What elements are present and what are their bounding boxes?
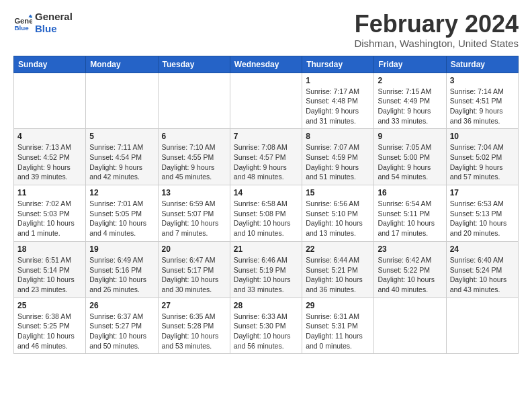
- day-info: Sunrise: 6:31 AM Sunset: 5:31 PM Dayligh…: [306, 312, 370, 351]
- day-info: Sunrise: 6:35 AM Sunset: 5:28 PM Dayligh…: [162, 312, 226, 351]
- weekday-header-wednesday: Wednesday: [230, 56, 302, 73]
- calendar-cell: [374, 298, 446, 354]
- title-section: February 2024 Dishman, Washington, Unite…: [354, 11, 519, 49]
- weekday-header-tuesday: Tuesday: [158, 56, 230, 73]
- location-subtitle: Dishman, Washington, United States: [354, 38, 519, 49]
- day-number: 25: [17, 301, 82, 310]
- logo-general: General: [35, 11, 73, 23]
- calendar-cell: 7Sunrise: 7:08 AM Sunset: 4:57 PM Daylig…: [230, 129, 302, 185]
- logo-icon: General Blue: [13, 13, 32, 32]
- calendar-cell: 24Sunrise: 6:40 AM Sunset: 5:24 PM Dayli…: [446, 241, 518, 298]
- calendar-cell: 5Sunrise: 7:11 AM Sunset: 4:54 PM Daylig…: [86, 129, 158, 185]
- day-number: 7: [234, 132, 298, 141]
- calendar-table: SundayMondayTuesdayWednesdayThursdayFrid…: [13, 56, 519, 355]
- day-number: 11: [17, 188, 82, 197]
- day-number: 8: [306, 132, 370, 141]
- calendar-cell: [446, 298, 518, 354]
- day-info: Sunrise: 7:08 AM Sunset: 4:57 PM Dayligh…: [234, 142, 298, 182]
- day-number: 19: [89, 244, 154, 254]
- day-info: Sunrise: 6:38 AM Sunset: 5:25 PM Dayligh…: [17, 312, 82, 351]
- calendar-cell: 9Sunrise: 7:05 AM Sunset: 5:00 PM Daylig…: [374, 129, 446, 185]
- day-number: 15: [306, 188, 370, 197]
- week-row-1: 1Sunrise: 7:17 AM Sunset: 4:48 PM Daylig…: [14, 73, 519, 129]
- calendar-cell: 21Sunrise: 6:46 AM Sunset: 5:19 PM Dayli…: [230, 241, 302, 298]
- logo: General Blue General Blue: [13, 11, 73, 35]
- day-info: Sunrise: 7:10 AM Sunset: 4:55 PM Dayligh…: [162, 142, 226, 182]
- calendar-cell: [14, 73, 86, 129]
- day-info: Sunrise: 6:51 AM Sunset: 5:14 PM Dayligh…: [17, 255, 82, 295]
- day-info: Sunrise: 7:14 AM Sunset: 4:51 PM Dayligh…: [450, 87, 515, 126]
- calendar-cell: 6Sunrise: 7:10 AM Sunset: 4:55 PM Daylig…: [158, 129, 230, 185]
- week-row-5: 25Sunrise: 6:38 AM Sunset: 5:25 PM Dayli…: [14, 298, 519, 354]
- day-info: Sunrise: 6:49 AM Sunset: 5:16 PM Dayligh…: [89, 255, 154, 295]
- day-number: 13: [162, 188, 226, 197]
- day-number: 1: [306, 76, 370, 85]
- day-info: Sunrise: 6:46 AM Sunset: 5:19 PM Dayligh…: [234, 255, 298, 295]
- day-number: 17: [450, 188, 515, 197]
- day-number: 12: [89, 188, 154, 197]
- weekday-header-sunday: Sunday: [14, 56, 86, 73]
- calendar-cell: 15Sunrise: 6:56 AM Sunset: 5:10 PM Dayli…: [302, 185, 374, 242]
- day-info: Sunrise: 7:01 AM Sunset: 5:05 PM Dayligh…: [89, 199, 154, 238]
- day-number: 24: [450, 244, 515, 254]
- day-info: Sunrise: 7:11 AM Sunset: 4:54 PM Dayligh…: [89, 142, 154, 182]
- day-info: Sunrise: 6:59 AM Sunset: 5:07 PM Dayligh…: [162, 199, 226, 238]
- calendar-cell: 10Sunrise: 7:04 AM Sunset: 5:02 PM Dayli…: [446, 129, 518, 185]
- day-info: Sunrise: 6:33 AM Sunset: 5:30 PM Dayligh…: [234, 312, 298, 351]
- weekday-header-saturday: Saturday: [446, 56, 518, 73]
- day-number: 6: [162, 132, 226, 141]
- calendar-cell: 26Sunrise: 6:37 AM Sunset: 5:27 PM Dayli…: [86, 298, 158, 354]
- day-info: Sunrise: 6:56 AM Sunset: 5:10 PM Dayligh…: [306, 199, 370, 238]
- day-info: Sunrise: 6:47 AM Sunset: 5:17 PM Dayligh…: [162, 255, 226, 295]
- day-number: 26: [89, 301, 154, 310]
- calendar-cell: [230, 73, 302, 129]
- day-info: Sunrise: 6:42 AM Sunset: 5:22 PM Dayligh…: [378, 255, 442, 295]
- day-number: 4: [17, 132, 82, 141]
- page-header: General Blue General Blue February 2024 …: [13, 11, 519, 49]
- calendar-cell: [158, 73, 230, 129]
- week-row-4: 18Sunrise: 6:51 AM Sunset: 5:14 PM Dayli…: [14, 241, 519, 298]
- calendar-cell: 1Sunrise: 7:17 AM Sunset: 4:48 PM Daylig…: [302, 73, 374, 129]
- calendar-cell: 4Sunrise: 7:13 AM Sunset: 4:52 PM Daylig…: [14, 129, 86, 185]
- day-number: 16: [378, 188, 442, 197]
- day-number: 3: [450, 76, 515, 85]
- day-number: 10: [450, 132, 515, 141]
- calendar-cell: 27Sunrise: 6:35 AM Sunset: 5:28 PM Dayli…: [158, 298, 230, 354]
- day-info: Sunrise: 6:37 AM Sunset: 5:27 PM Dayligh…: [89, 312, 154, 351]
- calendar-cell: 8Sunrise: 7:07 AM Sunset: 4:59 PM Daylig…: [302, 129, 374, 185]
- weekday-header-friday: Friday: [374, 56, 446, 73]
- day-number: 5: [89, 132, 154, 141]
- day-number: 14: [234, 188, 298, 197]
- day-number: 9: [378, 132, 442, 141]
- day-info: Sunrise: 6:40 AM Sunset: 5:24 PM Dayligh…: [450, 255, 515, 295]
- calendar-cell: 2Sunrise: 7:15 AM Sunset: 4:49 PM Daylig…: [374, 73, 446, 129]
- day-number: 23: [378, 244, 442, 254]
- day-info: Sunrise: 7:07 AM Sunset: 4:59 PM Dayligh…: [306, 142, 370, 182]
- day-number: 18: [17, 244, 82, 254]
- day-number: 2: [378, 76, 442, 85]
- day-number: 29: [306, 301, 370, 310]
- calendar-cell: 17Sunrise: 6:53 AM Sunset: 5:13 PM Dayli…: [446, 185, 518, 242]
- calendar-cell: 23Sunrise: 6:42 AM Sunset: 5:22 PM Dayli…: [374, 241, 446, 298]
- calendar-cell: 20Sunrise: 6:47 AM Sunset: 5:17 PM Dayli…: [158, 241, 230, 298]
- week-row-3: 11Sunrise: 7:02 AM Sunset: 5:03 PM Dayli…: [14, 185, 519, 242]
- day-info: Sunrise: 7:17 AM Sunset: 4:48 PM Dayligh…: [306, 87, 370, 126]
- calendar-cell: 14Sunrise: 6:58 AM Sunset: 5:08 PM Dayli…: [230, 185, 302, 242]
- weekday-header-monday: Monday: [86, 56, 158, 73]
- calendar-cell: 22Sunrise: 6:44 AM Sunset: 5:21 PM Dayli…: [302, 241, 374, 298]
- day-info: Sunrise: 6:53 AM Sunset: 5:13 PM Dayligh…: [450, 199, 515, 238]
- calendar-cell: 3Sunrise: 7:14 AM Sunset: 4:51 PM Daylig…: [446, 73, 518, 129]
- weekday-header-thursday: Thursday: [302, 56, 374, 73]
- logo-blue: Blue: [35, 23, 73, 35]
- day-info: Sunrise: 7:02 AM Sunset: 5:03 PM Dayligh…: [17, 199, 82, 238]
- day-number: 21: [234, 244, 298, 254]
- calendar-cell: 29Sunrise: 6:31 AM Sunset: 5:31 PM Dayli…: [302, 298, 374, 354]
- day-number: 22: [306, 244, 370, 254]
- month-year-title: February 2024: [354, 11, 519, 38]
- calendar-cell: 11Sunrise: 7:02 AM Sunset: 5:03 PM Dayli…: [14, 185, 86, 242]
- day-info: Sunrise: 6:58 AM Sunset: 5:08 PM Dayligh…: [234, 199, 298, 238]
- calendar-cell: 12Sunrise: 7:01 AM Sunset: 5:05 PM Dayli…: [86, 185, 158, 242]
- calendar-cell: 25Sunrise: 6:38 AM Sunset: 5:25 PM Dayli…: [14, 298, 86, 354]
- day-info: Sunrise: 7:13 AM Sunset: 4:52 PM Dayligh…: [17, 142, 82, 182]
- day-info: Sunrise: 7:05 AM Sunset: 5:00 PM Dayligh…: [378, 142, 442, 182]
